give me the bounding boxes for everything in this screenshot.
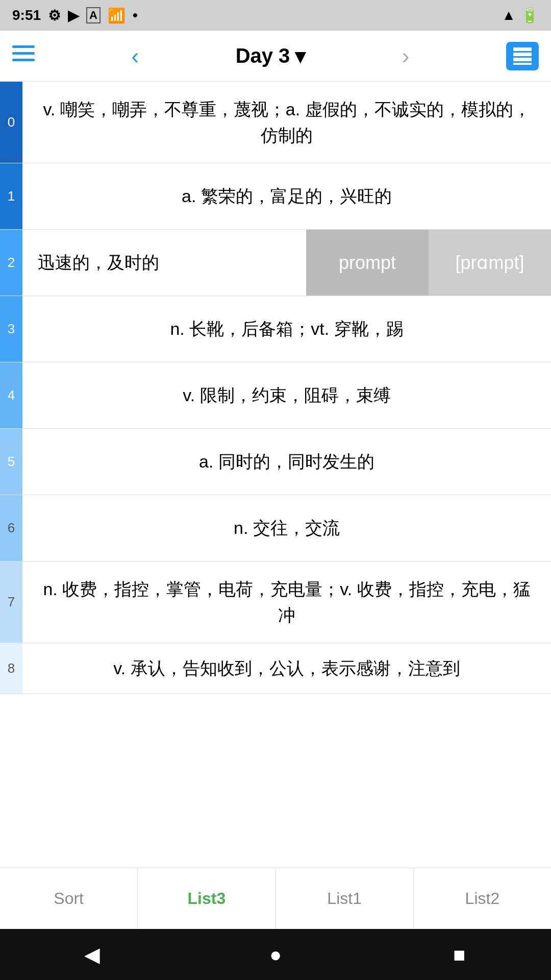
play-icon: ▶ <box>68 7 79 24</box>
recent-system-button[interactable]: ■ <box>439 934 480 975</box>
settings-icon: ⚙ <box>48 7 61 24</box>
svg-rect-4 <box>513 53 532 56</box>
status-bar: 9:51 ⚙ ▶ A 📶 • ▲ 🔋 <box>0 0 551 31</box>
table-row[interactable]: 3 n. 长靴，后备箱；vt. 穿靴，踢 <box>0 296 551 362</box>
popup-word-text: prompt <box>306 230 429 296</box>
popup-phonetic-text: [prɑmpt] <box>429 230 551 296</box>
table-row[interactable]: 6 n. 交往，交流 <box>0 495 551 561</box>
table-row[interactable]: 8 v. 承认，告知收到，公认，表示感谢，注意到 <box>0 643 551 694</box>
tab-list3[interactable]: List3 <box>138 868 276 929</box>
word-list: 0 v. 嘲笑，嘲弄，不尊重，蔑视；a. 虚假的，不诚实的，模拟的，仿制的 1 … <box>0 82 551 868</box>
system-nav-bar: ◀ ● ■ <box>0 929 551 980</box>
word-index: 2 <box>0 230 22 296</box>
table-row[interactable]: 1 a. 繁荣的，富足的，兴旺的 <box>0 163 551 230</box>
day-title-text: Day 3 <box>236 44 290 67</box>
status-time: 9:51 <box>12 7 41 23</box>
word-index: 3 <box>0 296 22 362</box>
table-row[interactable]: 2 迅速的，及时的 prompt [prɑmpt] <box>0 230 551 296</box>
a-icon: A <box>86 7 101 23</box>
word-index: 8 <box>0 643 22 694</box>
tab-sort[interactable]: Sort <box>0 868 138 929</box>
table-row[interactable]: 5 a. 同时的，同时发生的 <box>0 429 551 495</box>
word-definition: v. 承认，告知收到，公认，表示感谢，注意到 <box>22 643 551 694</box>
list-view-button[interactable] <box>506 42 539 70</box>
word-definition: v. 限制，约束，阻碍，束缚 <box>22 362 551 428</box>
word-index: 1 <box>0 163 22 229</box>
word-definition: n. 交往，交流 <box>22 495 551 561</box>
svg-rect-2 <box>12 59 35 61</box>
tab-bar: Sort List3 List1 List2 <box>0 868 551 929</box>
battery-icon: 🔋 <box>521 7 539 24</box>
dot-icon: • <box>133 7 138 23</box>
tab-list1[interactable]: List1 <box>276 868 414 929</box>
signal-icon: ▲ <box>502 7 516 23</box>
svg-rect-5 <box>513 58 532 61</box>
word-index: 6 <box>0 495 22 561</box>
status-right: ▲ 🔋 <box>502 7 539 24</box>
word-index: 4 <box>0 362 22 428</box>
back-system-button[interactable]: ◀ <box>71 934 112 975</box>
word-definition: v. 嘲笑，嘲弄，不尊重，蔑视；a. 虚假的，不诚实的，模拟的，仿制的 <box>22 82 551 163</box>
word-definition: a. 繁荣的，富足的，兴旺的 <box>22 163 551 229</box>
svg-rect-1 <box>12 52 35 55</box>
home-system-button[interactable]: ● <box>255 934 296 975</box>
day-title[interactable]: Day 3 ▾ <box>236 44 306 68</box>
menu-icon[interactable] <box>12 42 35 70</box>
back-button[interactable]: ‹ <box>131 43 139 69</box>
table-row[interactable]: 0 v. 嘲笑，嘲弄，不尊重，蔑视；a. 虚假的，不诚实的，模拟的，仿制的 <box>0 82 551 163</box>
table-row[interactable]: 7 n. 收费，指控，掌管，电荷，充电量；v. 收费，指控，充电，猛冲 <box>0 561 551 643</box>
svg-rect-3 <box>513 47 532 51</box>
table-row[interactable]: 4 v. 限制，约束，阻碍，束缚 <box>0 362 551 429</box>
forward-button[interactable]: › <box>402 43 410 69</box>
word-popup[interactable]: prompt [prɑmpt] <box>306 230 551 296</box>
dropdown-icon: ▾ <box>295 44 305 68</box>
word-index: 7 <box>0 561 22 643</box>
list-view-icon <box>512 46 533 66</box>
word-definition: n. 收费，指控，掌管，电荷，充电量；v. 收费，指控，充电，猛冲 <box>22 561 551 643</box>
word-index: 0 <box>0 82 22 163</box>
nav-bar: ‹ Day 3 ▾ › <box>0 31 551 82</box>
word-index: 5 <box>0 429 22 495</box>
word-definition: a. 同时的，同时发生的 <box>22 429 551 495</box>
svg-rect-0 <box>12 45 35 48</box>
svg-rect-6 <box>513 63 532 65</box>
wifi-icon: 📶 <box>108 7 126 24</box>
status-left: 9:51 ⚙ ▶ A 📶 • <box>12 7 138 24</box>
word-definition: n. 长靴，后备箱；vt. 穿靴，踢 <box>22 296 551 362</box>
tab-list2[interactable]: List2 <box>414 868 551 929</box>
word-list-inner: 0 v. 嘲笑，嘲弄，不尊重，蔑视；a. 虚假的，不诚实的，模拟的，仿制的 1 … <box>0 82 551 694</box>
